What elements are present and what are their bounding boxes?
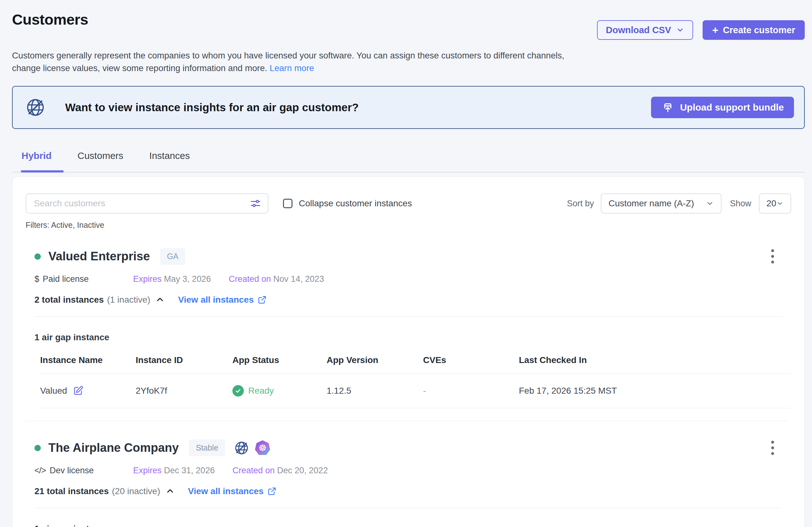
customers-card: Collapse customer instances Sort by Cust… (12, 177, 805, 527)
filter-sliders-icon[interactable] (249, 197, 261, 210)
customer-name[interactable]: Valued Enterprise (48, 250, 150, 263)
upload-support-bundle-button[interactable]: Upload support bundle (651, 97, 794, 118)
external-link-icon (258, 296, 266, 304)
page-description: Customers generally represent the compan… (12, 49, 581, 75)
show-count-select[interactable]: 20 (759, 193, 791, 214)
show-count-value: 20 (767, 198, 776, 209)
license-row: </> Dev license Expires Dec 31, 2026 Cre… (34, 466, 791, 476)
license-row: $ Paid license Expires May 3, 2026 Creat… (34, 274, 791, 284)
collapse-section-button[interactable] (165, 486, 175, 496)
active-status-dot (34, 445, 41, 451)
app-status-cell: Ready (232, 385, 327, 396)
check-circle-icon (232, 385, 244, 396)
view-all-instances-link[interactable]: View all instances (178, 295, 266, 305)
collapse-instances-label: Collapse customer instances (299, 198, 412, 209)
cves-value: - (423, 386, 519, 396)
page-header: Customers Download CSV + Create customer… (0, 0, 812, 75)
chevron-down-icon (676, 26, 684, 34)
show-label: Show (730, 199, 751, 209)
channel-badge: Stable (189, 439, 225, 456)
instances-summary-row: 2 total instances (1 inactive) View all … (34, 295, 791, 305)
plus-icon: + (712, 25, 719, 35)
search-input[interactable] (34, 198, 249, 209)
channel-badge: GA (160, 248, 185, 265)
tab-bar: Hybrid Customers Instances (12, 150, 805, 172)
total-instances: 21 total instances (34, 486, 109, 496)
collapse-instances-checkbox[interactable] (283, 199, 292, 208)
instance-table: Instance Name Instance ID App Status App… (40, 355, 791, 408)
license-type: Dev license (50, 466, 94, 476)
instance-id: 2YfoK7f (136, 386, 232, 396)
view-all-instances-label: View all instances (188, 486, 264, 496)
create-customer-label: Create customer (723, 25, 795, 35)
create-customer-button[interactable]: + Create customer (702, 20, 805, 40)
airgap-globe-icon (234, 440, 249, 456)
expires-date: May 3, 2026 (164, 274, 211, 284)
view-all-instances-link[interactable]: View all instances (188, 486, 276, 496)
dev-license-icon: </> (34, 466, 46, 476)
tab-customers[interactable]: Customers (77, 150, 123, 172)
collapse-section-button[interactable] (155, 295, 165, 304)
col-instance-name: Instance Name (40, 355, 136, 365)
inactive-count: (1 inactive) (107, 295, 150, 305)
airgap-instances-heading: 1 air gap instance (34, 524, 791, 527)
col-cves: CVEs (423, 355, 519, 365)
page-title: Customers (12, 11, 88, 28)
section-divider (34, 508, 782, 508)
customer-section-valued-enterprise: Valued Enterprise GA $ Paid license Expi… (26, 247, 791, 408)
airgap-instances-heading: 1 air gap instance (34, 332, 791, 343)
col-app-status: App Status (232, 355, 327, 365)
customer-divider (26, 421, 788, 421)
total-instances: 2 total instances (34, 295, 104, 305)
paid-license-icon: $ (34, 274, 39, 284)
chevron-up-icon (165, 486, 175, 496)
last-checked-in: Feb 17, 2026 15:25 MST (519, 386, 791, 396)
chevron-down-icon (776, 199, 784, 208)
active-filters-text: Filters: Active, Inactive (26, 221, 791, 230)
toolbar: Collapse customer instances Sort by Cust… (26, 193, 791, 214)
tab-hybrid[interactable]: Hybrid (21, 150, 52, 172)
created-date: Nov 14, 2023 (273, 274, 324, 284)
created-on-label: Created on (229, 274, 271, 284)
expires-label: Expires (133, 466, 162, 475)
airgap-banner: Want to view instance insights for an ai… (12, 86, 805, 129)
created-date: Dec 20, 2022 (277, 466, 328, 475)
chevron-up-icon (155, 295, 165, 304)
tab-instances[interactable]: Instances (149, 150, 190, 172)
created-on-label: Created on (232, 466, 275, 475)
expires-label: Expires (133, 274, 162, 284)
instances-summary-row: 21 total instances (20 inactive) View al… (34, 486, 791, 496)
search-box (26, 193, 269, 214)
kubernetes-icon: ☸ (255, 440, 270, 456)
learn-more-link[interactable]: Learn more (270, 63, 314, 73)
download-csv-button[interactable]: Download CSV (597, 20, 693, 40)
section-divider (34, 316, 782, 317)
instance-table-header: Instance Name Instance ID App Status App… (40, 355, 791, 374)
customer-section-airplane-company: The Airplane Company Stable ☸ </> Dev li… (26, 438, 791, 527)
inactive-count: (20 inactive) (112, 486, 160, 496)
col-app-version: App Version (327, 355, 423, 365)
instance-name: Valued (40, 386, 67, 396)
sort-controls: Sort by Customer name (A-Z) Show 20 (567, 193, 791, 214)
banner-title: Want to view instance insights for an ai… (65, 101, 359, 114)
customer-menu-button[interactable] (769, 247, 777, 266)
customer-name[interactable]: The Airplane Company (48, 441, 179, 455)
edit-icon[interactable] (73, 386, 84, 396)
col-instance-id: Instance ID (136, 355, 232, 365)
airgap-globe-icon (25, 97, 45, 118)
sort-by-select[interactable]: Customer name (A-Z) (601, 193, 722, 214)
chevron-down-icon (706, 199, 714, 208)
customer-menu-button[interactable] (769, 438, 777, 457)
view-all-instances-label: View all instances (178, 295, 253, 305)
license-type: Paid license (43, 274, 89, 284)
app-status: Ready (248, 386, 274, 396)
upload-icon (661, 101, 675, 114)
expires-date: Dec 31, 2026 (164, 466, 215, 475)
app-version: 1.12.5 (327, 386, 423, 396)
upload-support-bundle-label: Upload support bundle (680, 102, 784, 113)
sort-by-value: Customer name (A-Z) (608, 198, 694, 209)
col-last-checked-in: Last Checked In (519, 355, 791, 365)
sort-by-label: Sort by (567, 199, 594, 209)
active-status-dot (34, 253, 41, 260)
download-csv-label: Download CSV (606, 25, 671, 35)
